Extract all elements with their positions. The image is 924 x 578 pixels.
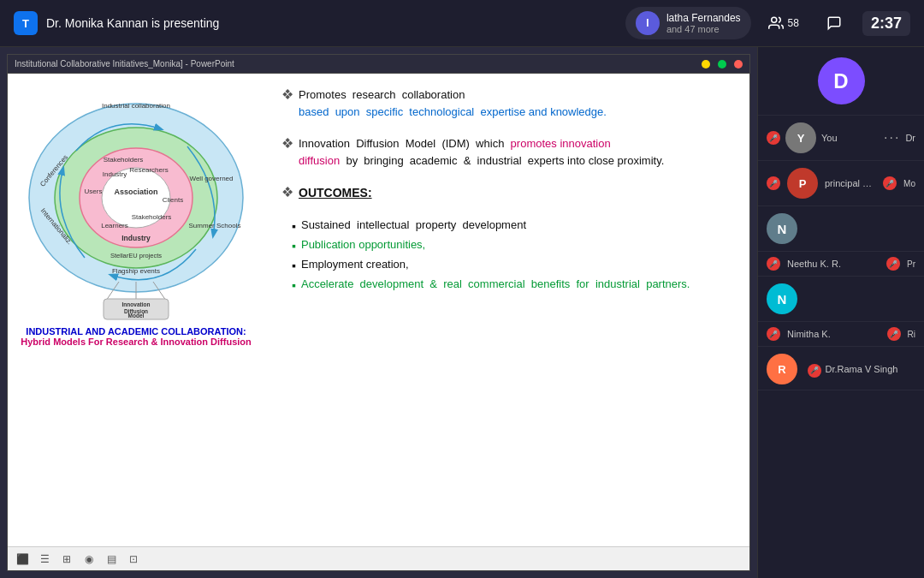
close-button[interactable] — [734, 60, 743, 69]
svg-text:Summer Schools: Summer Schools — [189, 222, 241, 229]
app-logo: T — [14, 11, 38, 35]
svg-text:Clients: Clients — [163, 196, 183, 204]
presentation-area: Institutional Collaborative Initiatives_… — [0, 47, 757, 578]
diagram-svg: Association Industrial collaboration Wel… — [25, 82, 247, 322]
svg-text:StellarEU projects: StellarEU projects — [110, 252, 162, 259]
top-bar-right: I latha Fernandes and 47 more 58 — [625, 7, 910, 39]
bullet2-normal1: Innovation Diffusion Model (IDM) which — [299, 137, 511, 150]
chat-button[interactable] — [820, 12, 849, 34]
outcome-3: ▪ Employment creation, — [281, 258, 732, 272]
timer: 2:37 — [862, 11, 910, 36]
principal-name: principal St Agnes Co... — [825, 178, 876, 188]
minimize-button[interactable] — [702, 60, 710, 69]
you-avatar: Y — [785, 122, 816, 153]
participants-count: 58 — [788, 17, 799, 29]
svg-text:Industry: Industry — [103, 170, 127, 178]
outcome-4: ▪ Accelerate development & real commerci… — [281, 277, 732, 292]
svg-text:Learners: Learners — [101, 222, 128, 229]
top-bar: T Dr. Monika Kannan is presenting I lath… — [0, 0, 924, 47]
toolbar-icon-5[interactable]: ▤ — [104, 551, 119, 567]
bullet1-symbol: ❖ — [281, 85, 293, 105]
nimitha-name: Nimitha K. — [787, 329, 880, 339]
slide-window: Institutional Collaborative Initiatives_… — [7, 54, 750, 571]
outcome-1: ▪ Sustained intellectual property develo… — [281, 218, 732, 233]
outcome-4-bullet: ▪ — [292, 278, 296, 292]
participant-info: latha Fernandes and 47 more — [666, 12, 741, 34]
svg-text:Users: Users — [85, 188, 103, 195]
svg-text:Well governed: Well governed — [190, 175, 234, 182]
nimitha-ri-label: Ri — [908, 330, 915, 339]
nimitha-mute-icon-right[interactable]: 🎤 — [887, 327, 901, 341]
top-bar-left: T Dr. Monika Kannan is presenting — [14, 11, 219, 35]
you-more-options[interactable]: ··· — [884, 130, 900, 146]
outcome-4-text: Accelerate development & real commercial… — [301, 277, 690, 290]
bullet1-blue: based upon specific technological expert… — [299, 105, 607, 118]
slide-content: Association Industrial collaboration Wel… — [8, 74, 749, 546]
neethu-mute-icon-right[interactable]: 🎤 — [886, 257, 900, 271]
participant-badge: I latha Fernandes and 47 more — [625, 7, 751, 39]
nimitha-mute-icon[interactable]: 🎤 — [767, 327, 780, 341]
participant-card-nimitha: N — [758, 277, 924, 322]
slide-right: ❖ Promotes research collaboration based … — [264, 74, 749, 546]
toolbar-icon-6[interactable]: ⊡ — [126, 551, 141, 567]
you-name: You — [821, 133, 879, 143]
rama-info: 🎤 Dr.Rama V Singh — [808, 361, 915, 378]
dr-label: Dr — [905, 133, 915, 143]
outcomes-symbol: ❖ — [281, 182, 293, 203]
outcome-1-text: Sustained intellectual property developm… — [301, 218, 526, 231]
neethu-name: Neethu K. R. — [787, 259, 880, 269]
rama-row: R 🎤 Dr.Rama V Singh — [758, 347, 924, 390]
you-row: 🎤 Y You ··· Dr — [758, 116, 924, 161]
participant-count: and 47 more — [666, 24, 741, 34]
outcome-3-bullet: ▪ — [292, 259, 296, 272]
outcomes-section: ❖ OUTCOMES: ▪ Sustained intellectual pro… — [281, 184, 732, 292]
bullet2-content: Innovation Diffusion Model (IDM) which p… — [299, 135, 732, 169]
participant-avatar: I — [636, 11, 660, 35]
svg-text:Researchers: Researchers — [129, 166, 168, 174]
svg-text:Flagship events: Flagship events — [112, 267, 160, 275]
maximize-button[interactable] — [718, 60, 726, 69]
rama-name: Dr.Rama V Singh — [825, 364, 897, 374]
participants-button[interactable]: 58 — [761, 12, 806, 34]
toolbar-icon-2[interactable]: ☰ — [37, 551, 52, 567]
svg-text:Industrial collaboration: Industrial collaboration — [102, 102, 170, 110]
principal-mute-icon-right[interactable]: 🎤 — [883, 176, 897, 190]
hybrid-label: Hybrid Models For Research & Innovation … — [21, 337, 252, 347]
outcome-2-bullet: ▪ — [292, 239, 296, 253]
toolbar-icon-1[interactable]: ⬛ — [15, 551, 30, 567]
rama-mute-icon[interactable]: 🎤 — [808, 364, 821, 378]
toolbar-icon-4[interactable]: ◉ — [81, 551, 97, 567]
neethu-mute-icon[interactable]: 🎤 — [767, 257, 780, 271]
participant-name: latha Fernandes — [666, 12, 741, 24]
rama-avatar: R — [767, 354, 797, 384]
svg-text:Innovation: Innovation — [122, 301, 151, 307]
outcome-1-bullet: ▪ — [292, 219, 296, 233]
you-mute-icon[interactable]: 🎤 — [767, 131, 780, 145]
presenter-label: Dr. Monika Kannan is presenting — [46, 16, 219, 30]
bullet2: ❖ Innovation Diffusion Model (IDM) which… — [281, 135, 732, 169]
top-participant-card: D — [758, 47, 924, 116]
toolbar-icon-3[interactable]: ⊞ — [59, 551, 74, 567]
outcome-2: ▪ Publication opportunities, — [281, 238, 732, 253]
outcomes-header: ❖ OUTCOMES: — [281, 184, 732, 203]
outcome-3-text: Employment creation, — [301, 258, 409, 271]
right-panel: D 🎤 Y You ··· Dr 🎤 P principal St Agnes … — [757, 47, 924, 578]
nimitha-avatar: N — [767, 283, 797, 314]
slide-left: Association Industrial collaboration Wel… — [8, 74, 264, 546]
participant-card-principal: 🎤 P principal St Agnes Co... 🎤 Mo — [758, 161, 924, 206]
slide-title-text: Institutional Collaborative Initiatives_… — [15, 59, 234, 69]
neethu-avatar: N — [767, 213, 797, 244]
bullet2-symbol: ❖ — [281, 134, 293, 154]
main-content: Institutional Collaborative Initiatives_… — [0, 47, 924, 578]
top-participant-avatar: D — [818, 57, 865, 104]
svg-text:Stakeholders: Stakeholders — [132, 213, 172, 221]
svg-text:Association: Association — [114, 188, 157, 196]
slide-toolbar: ⬛ ☰ ⊞ ◉ ▤ ⊡ — [8, 546, 749, 570]
neethu-row: 🎤 Neethu K. R. 🎤 Pr — [758, 252, 924, 277]
svg-text:Stakeholders: Stakeholders — [104, 156, 144, 164]
diagram-labels-bottom: INDUSTRIAL AND ACADEMIC COLLABORATION: H… — [21, 326, 252, 347]
principal-mute-icon[interactable]: 🎤 — [767, 176, 780, 190]
principal-avatar: P — [787, 168, 818, 199]
industrial-label: INDUSTRIAL AND ACADEMIC COLLABORATION: — [21, 326, 252, 337]
bullet1-normal: Promotes research collaboration — [299, 88, 471, 101]
